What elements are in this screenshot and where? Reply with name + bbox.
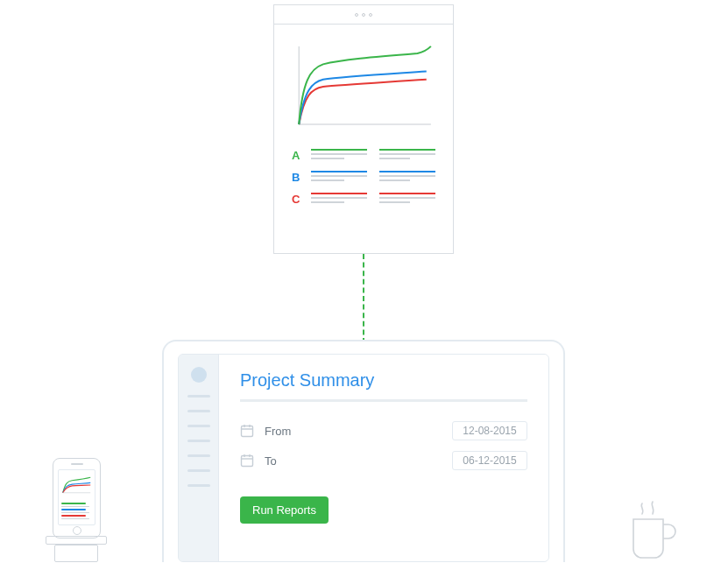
phone-legend <box>61 503 92 519</box>
legend-row-c: C <box>292 193 435 206</box>
connector-line <box>363 254 364 343</box>
page-title: Project Summary <box>240 370 527 391</box>
svg-rect-6 <box>242 456 253 467</box>
from-label: From <box>265 425 312 438</box>
avatar[interactable] <box>191 367 207 383</box>
app-window: Project Summary From 12-08-2015 <box>178 354 549 562</box>
app-main: Project Summary From 12-08-2015 <box>219 355 548 561</box>
sidebar-item[interactable] <box>187 440 210 442</box>
from-date-field[interactable]: 12-08-2015 <box>452 421 527 440</box>
report-sheet: A B C <box>273 4 454 254</box>
phone-chart <box>61 473 92 497</box>
svg-rect-2 <box>242 426 253 437</box>
sidebar-item[interactable] <box>187 454 210 457</box>
laptop: Project Summary From 12-08-2015 <box>162 340 565 562</box>
sidebar-item[interactable] <box>187 425 210 427</box>
sidebar-item[interactable] <box>187 395 210 398</box>
legend-row-b: B <box>292 171 435 184</box>
phone <box>53 458 101 538</box>
legend-letter-b: B <box>292 171 302 184</box>
to-label: To <box>265 454 312 468</box>
phone-stand-base <box>54 545 98 562</box>
report-legend: A B C <box>292 149 435 206</box>
sidebar-item[interactable] <box>187 410 210 412</box>
calendar-icon <box>240 454 254 468</box>
phone-stand <box>46 536 107 545</box>
from-date-row: From 12-08-2015 <box>240 421 527 440</box>
report-sheet-titlebar <box>274 5 453 25</box>
sidebar-item[interactable] <box>187 484 210 487</box>
run-reports-button[interactable]: Run Reports <box>240 496 329 524</box>
coffee-mug-icon <box>626 502 679 561</box>
laptop-screen: Project Summary From 12-08-2015 <box>162 340 565 562</box>
divider <box>240 399 527 402</box>
sidebar-item[interactable] <box>187 469 210 472</box>
legend-letter-a: A <box>292 149 302 162</box>
to-date-field[interactable]: 06-12-2015 <box>452 451 527 470</box>
phone-screen <box>58 469 95 525</box>
app-sidebar <box>179 355 219 561</box>
calendar-icon <box>240 424 254 438</box>
legend-letter-c: C <box>292 193 302 206</box>
legend-row-a: A <box>292 149 435 162</box>
report-chart <box>292 39 435 135</box>
to-date-row: To 06-12-2015 <box>240 451 527 470</box>
